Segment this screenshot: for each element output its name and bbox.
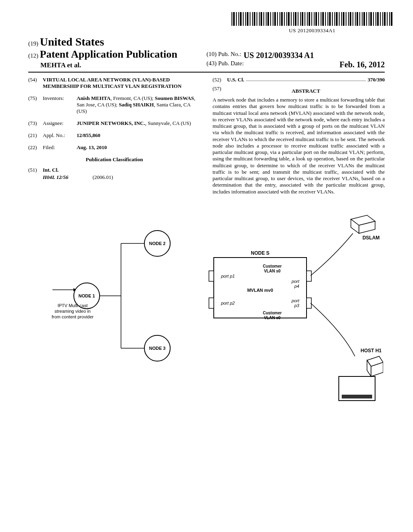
svg-text:NODE S: NODE S [251, 250, 269, 256]
applicant-line: MEHTA et al. [28, 61, 206, 69]
assignee-code: (73) [28, 120, 43, 127]
svg-rect-21 [307, 271, 311, 281]
applno-label: Appl. No.: [43, 132, 77, 139]
figure: NODE 1 NODE 2 NODE 3 IPTV Multi-cast str… [28, 211, 385, 405]
divider-thick [28, 72, 385, 73]
pub-no-label: Pub. No.: [218, 51, 241, 60]
svg-text:HOST H1: HOST H1 [361, 348, 382, 353]
inventors-code: (75) [28, 95, 43, 114]
assignee-value: JUNIPER NETWORKS, INC., Sunnyvale, CA (U… [77, 120, 200, 127]
svg-text:p3: p3 [294, 303, 300, 308]
svg-text:VLAN s0: VLAN s0 [264, 269, 281, 273]
svg-text:VLAN c0: VLAN c0 [264, 316, 281, 320]
inventors-label: Inventors: [43, 95, 77, 114]
svg-text:NODE 1: NODE 1 [79, 293, 95, 298]
dotted-leader [246, 77, 366, 81]
country-code: (19) [28, 40, 38, 47]
filed-label: Filed: [43, 144, 77, 151]
pub-type: Patent Application Publication [40, 48, 177, 60]
uscl-label: U.S. Cl. [227, 77, 244, 83]
barcode-block: US 20120039334A1 [28, 12, 393, 34]
svg-text:DSLAM: DSLAM [363, 235, 380, 241]
svg-text:port p1: port p1 [221, 274, 235, 278]
pub-date-value: Feb. 16, 2012 [340, 60, 385, 69]
svg-text:from content provider: from content provider [52, 314, 94, 319]
bibliographic-data: (54) VIRTUAL LOCAL AREA NETWORK (VLAN)-B… [28, 77, 385, 195]
svg-rect-17 [209, 271, 214, 281]
svg-text:port: port [291, 279, 300, 284]
pub-date-code: (43) [206, 60, 217, 69]
barcode-icon [232, 12, 393, 26]
network-diagram-icon: NODE 1 NODE 2 NODE 3 IPTV Multi-cast str… [28, 211, 383, 405]
abstract-text: A network node that includes a memory to… [213, 97, 385, 195]
pub-date-label: Pub. Date: [218, 60, 244, 69]
applno-code: (21) [28, 132, 43, 139]
invention-title: VIRTUAL LOCAL AREA NETWORK (VLAN)-BASED … [43, 77, 200, 89]
svg-text:NODE 2: NODE 2 [149, 241, 166, 246]
filed-value: Aug. 13, 2010 [77, 144, 200, 151]
intcl-label: Int. Cl. [43, 167, 200, 173]
intcl-value: H04L 12/56(2006.01) [43, 174, 200, 181]
assignee-label: Assignee: [43, 120, 77, 127]
barcode-number: US 20120039334A1 [232, 27, 393, 34]
applno-value: 12/855,860 [77, 132, 200, 139]
svg-text:port p2: port p2 [221, 301, 235, 305]
pub-no-code: (10) [206, 51, 217, 60]
country-name: United States [40, 35, 104, 48]
svg-text:NODE 3: NODE 3 [149, 346, 166, 351]
svg-text:Customer: Customer [263, 311, 282, 315]
inventors-value: Anish MEHTA, Fremont, CA (US); Soumen BI… [77, 95, 200, 114]
filed-code: (22) [28, 144, 43, 151]
svg-text:streaming video in: streaming video in [54, 309, 90, 314]
uscl-code: (52) [213, 77, 227, 83]
svg-text:IPTV Multi-cast: IPTV Multi-cast [58, 303, 88, 308]
pub-type-code: (12) [28, 52, 38, 59]
svg-text:p4: p4 [294, 284, 299, 289]
svg-text:port: port [291, 298, 300, 303]
uscl-value: 370/390 [367, 77, 385, 83]
svg-text:MVLAN mv0: MVLAN mv0 [247, 288, 273, 293]
header: (19) United States (12) Patent Applicati… [28, 35, 385, 69]
svg-text:Customer: Customer [263, 264, 282, 268]
abstract-heading: ABSTRACT [227, 88, 385, 94]
svg-rect-38 [342, 395, 372, 398]
abstract-code: (57) [213, 85, 227, 97]
pub-class-heading: Publication Classification [28, 156, 200, 163]
pub-no-value: US 2012/0039334 A1 [244, 51, 314, 60]
intcl-code: (51) [28, 167, 43, 173]
title-code: (54) [28, 77, 43, 89]
svg-rect-19 [209, 298, 214, 308]
